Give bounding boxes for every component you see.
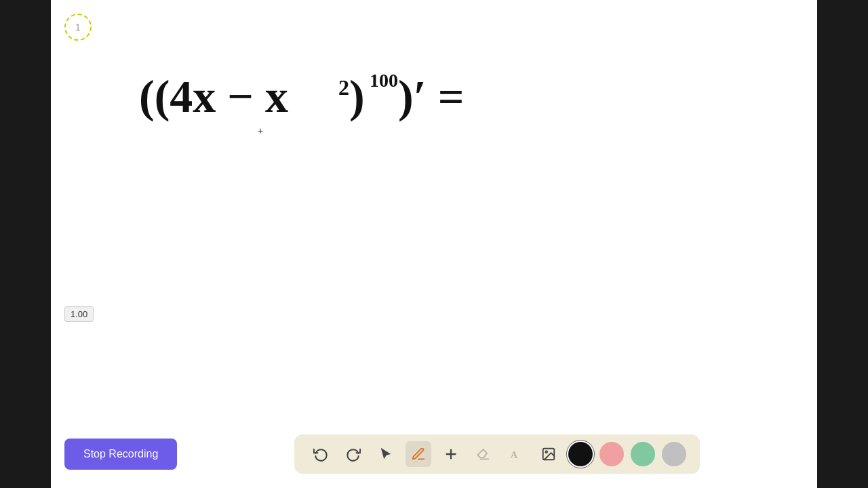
svg-point-9 (546, 451, 548, 453)
zoom-indicator: 1.00 (64, 306, 94, 322)
color-green[interactable] (631, 442, 655, 466)
svg-text:): ) (349, 70, 365, 122)
color-gray[interactable] (662, 442, 686, 466)
image-icon (541, 447, 556, 462)
zoom-value: 1.00 (71, 309, 87, 319)
text-icon: A (509, 447, 524, 462)
redo-button[interactable] (340, 441, 366, 467)
image-button[interactable] (536, 441, 561, 467)
svg-text:((4x − x: ((4x − x (139, 70, 288, 122)
page-number: 1 (75, 22, 81, 33)
left-black-bar (0, 0, 51, 488)
color-black[interactable] (568, 442, 593, 466)
redo-icon (346, 447, 361, 462)
eraser-button[interactable] (471, 441, 496, 467)
canvas-area[interactable]: 1 ((4x − x 2 ) 100 )′ = + 1.00 (51, 0, 817, 420)
svg-text:)′ =: )′ = (398, 70, 465, 122)
undo-icon (313, 447, 328, 462)
svg-text:A: A (511, 449, 518, 460)
page-number-indicator: 1 (64, 14, 92, 41)
color-pink[interactable] (599, 442, 624, 466)
add-button[interactable] (438, 441, 464, 467)
right-black-bar (817, 0, 868, 488)
svg-text:2: 2 (338, 75, 349, 100)
select-button[interactable] (373, 441, 399, 467)
undo-button[interactable] (308, 441, 334, 467)
math-expression-svg: ((4x − x 2 ) 100 )′ = (132, 54, 471, 136)
svg-text:100: 100 (370, 70, 398, 91)
bottom-bar: Stop Recording (51, 420, 817, 488)
arrow-icon (378, 447, 393, 462)
screen-container: 1 ((4x − x 2 ) 100 )′ = + 1.00 Stop Reco… (51, 0, 817, 488)
eraser-icon (476, 447, 491, 462)
cursor-crosshair: + (258, 125, 263, 136)
plus-icon (443, 447, 458, 462)
pen-icon (411, 447, 426, 462)
text-button[interactable]: A (503, 441, 529, 467)
pen-button[interactable] (406, 441, 431, 467)
stop-recording-button[interactable]: Stop Recording (64, 439, 177, 470)
toolbar: A (294, 434, 700, 474)
